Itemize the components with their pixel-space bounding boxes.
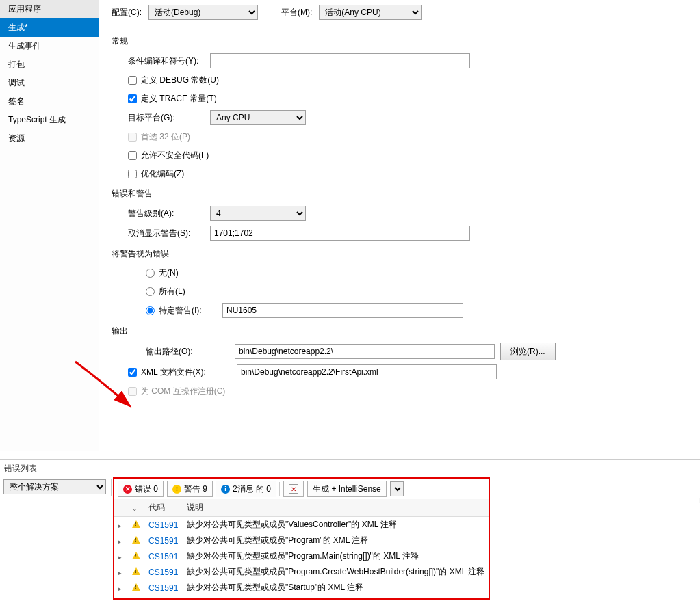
- clear-filter-button[interactable]: ✕: [283, 481, 304, 497]
- filter-x-icon: ✕: [289, 484, 298, 494]
- error-description: 缺少对公共可见类型或成员"Program"的 XML 注释: [183, 533, 489, 548]
- config-combo[interactable]: 活动(Debug): [148, 5, 258, 20]
- define-trace-label: 定义 TRACE 常量(T): [141, 93, 217, 105]
- conditional-symbols-label: 条件编译和符号(Y):: [128, 55, 210, 67]
- warnings-filter-button[interactable]: ! 警告 9: [167, 481, 213, 497]
- platform-label: 平台(M):: [281, 7, 312, 18]
- messages-filter-button[interactable]: i 2消息 的 0: [216, 481, 276, 497]
- treat-specific-radio[interactable]: [146, 306, 155, 315]
- sidebar-item-build-events[interactable]: 生成事件: [0, 37, 99, 55]
- error-row[interactable]: ▸CS1591缺少对公共可见类型或成员"ValuesController"的 X…: [114, 517, 489, 533]
- error-list-panel: 错误列表 整个解决方案 ✕ 错误 0 ! 警告 9 i 2消息 的 0: [0, 459, 700, 600]
- expand-icon[interactable]: ▸: [118, 522, 122, 529]
- sidebar-item-typescript[interactable]: TypeScript 生成: [0, 111, 99, 129]
- com-interop-checkbox: [128, 387, 137, 396]
- sidebar-item-resources[interactable]: 资源: [0, 129, 99, 148]
- xml-doc-input[interactable]: [237, 364, 497, 379]
- conditional-symbols-input[interactable]: [210, 53, 470, 68]
- scope-combo[interactable]: 整个解决方案: [3, 479, 106, 494]
- sidebar-item-build[interactable]: 生成*: [0, 18, 99, 37]
- error-code-link[interactable]: CS1591: [148, 552, 178, 561]
- col-code[interactable]: 代码: [144, 499, 183, 517]
- error-row[interactable]: ▸CS1591缺少对公共可见类型或成员"Program"的 XML 注释: [114, 533, 489, 548]
- treat-none-label: 无(N): [159, 267, 179, 279]
- error-icon: ✕: [123, 485, 132, 494]
- error-row[interactable]: ▸CS1591缺少对公共可见类型或成员"Program.Main(string[…: [114, 548, 489, 564]
- define-trace-checkbox[interactable]: [128, 94, 137, 103]
- prefer32-checkbox: [128, 133, 137, 142]
- com-interop-label: 为 COM 互操作注册(C): [141, 386, 225, 397]
- section-general: 常规: [112, 36, 688, 47]
- warning-triangle-icon: [132, 520, 140, 528]
- error-code-link[interactable]: CS1591: [148, 520, 178, 530]
- sidebar-item-signing[interactable]: 签名: [0, 92, 99, 111]
- warning-triangle-icon: [132, 583, 140, 591]
- config-bar: 配置(C): 活动(Debug) 平台(M): 活动(Any CPU): [112, 0, 688, 27]
- section-treat-as-errors: 将警告视为错误: [112, 248, 688, 260]
- suppress-warnings-label: 取消显示警告(S):: [128, 228, 210, 239]
- error-description: 缺少对公共可见类型或成员"Program.CreateWebHostBuilde…: [183, 564, 489, 580]
- error-description: 缺少对公共可见类型或成员"Startup"的 XML 注释: [183, 580, 489, 596]
- warning-level-label: 警告级别(A):: [128, 208, 210, 219]
- error-table: ⌄ 代码 说明 ▸CS1591缺少对公共可见类型或成员"ValuesContro…: [114, 499, 489, 596]
- sort-icon[interactable]: ⌄: [132, 505, 138, 512]
- sidebar-item-package[interactable]: 打包: [0, 55, 99, 74]
- expand-icon[interactable]: ▸: [118, 570, 122, 576]
- output-path-label: 输出路径(O):: [146, 346, 235, 358]
- sidebar: 应用程序 生成* 生成事件 打包 调试 签名 TypeScript 生成 资源: [0, 0, 99, 451]
- warning-triangle-icon: [132, 552, 140, 559]
- error-row[interactable]: ▸CS1591缺少对公共可见类型或成员"Startup"的 XML 注释: [114, 580, 489, 596]
- col-desc[interactable]: 说明: [183, 499, 489, 517]
- warning-triangle-icon: [132, 536, 140, 544]
- treat-all-label: 所有(L): [159, 286, 185, 297]
- warning-level-combo[interactable]: 4: [210, 206, 306, 221]
- info-icon: i: [221, 485, 230, 494]
- errors-filter-button[interactable]: ✕ 错误 0: [118, 481, 164, 497]
- optimize-label: 优化编码(Z): [141, 168, 184, 180]
- suppress-warnings-input[interactable]: [210, 226, 470, 241]
- target-platform-label: 目标平台(G):: [128, 112, 210, 124]
- error-code-link[interactable]: CS1591: [148, 536, 178, 546]
- expand-icon[interactable]: ▸: [118, 538, 122, 545]
- error-description: 缺少对公共可见类型或成员"ValuesController"的 XML 注释: [183, 517, 489, 533]
- section-output: 输出: [112, 325, 688, 337]
- output-path-input[interactable]: [235, 344, 495, 359]
- content-panel: 配置(C): 活动(Debug) 平台(M): 活动(Any CPU) 常规 条…: [99, 0, 700, 451]
- target-platform-combo[interactable]: Any CPU: [210, 110, 306, 125]
- build-intellisense-dropdown[interactable]: [390, 481, 404, 496]
- treat-all-radio[interactable]: [146, 287, 155, 296]
- error-row[interactable]: ▸CS1591缺少对公共可见类型或成员"Program.CreateWebHos…: [114, 564, 489, 580]
- treat-none-radio[interactable]: [146, 269, 155, 278]
- prefer32-label: 首选 32 位(P): [141, 131, 190, 143]
- config-label: 配置(C):: [112, 7, 142, 18]
- treat-specific-label: 特定警告(I):: [159, 305, 222, 317]
- error-list-title: 错误列表: [0, 460, 700, 477]
- define-debug-label: 定义 DEBUG 常数(U): [141, 75, 219, 86]
- treat-specific-input[interactable]: [222, 303, 463, 318]
- xml-doc-label: XML 文档文件(X):: [141, 366, 237, 378]
- sidebar-item-application[interactable]: 应用程序: [0, 0, 99, 18]
- xml-doc-checkbox[interactable]: [128, 368, 137, 377]
- allow-unsafe-checkbox[interactable]: [128, 151, 137, 160]
- sidebar-item-debug[interactable]: 调试: [0, 74, 99, 92]
- platform-combo[interactable]: 活动(Any CPU): [319, 5, 422, 20]
- error-code-link[interactable]: CS1591: [148, 567, 178, 577]
- build-intellisense-combo[interactable]: 生成 + IntelliSense: [307, 481, 387, 497]
- error-description: 缺少对公共可见类型或成员"Program.Main(string[])"的 XM…: [183, 548, 489, 564]
- define-debug-checkbox[interactable]: [128, 76, 137, 85]
- expand-icon[interactable]: ▸: [118, 554, 122, 561]
- warning-triangle-icon: [132, 567, 140, 575]
- expand-icon[interactable]: ▸: [118, 585, 122, 592]
- warning-icon: !: [172, 485, 181, 494]
- optimize-checkbox[interactable]: [128, 170, 137, 178]
- section-errors-warnings: 错误和警告: [112, 188, 688, 200]
- browse-button[interactable]: 浏览(R)...: [500, 343, 556, 360]
- allow-unsafe-label: 允许不安全代码(F): [141, 150, 209, 161]
- error-code-link[interactable]: CS1591: [148, 583, 178, 593]
